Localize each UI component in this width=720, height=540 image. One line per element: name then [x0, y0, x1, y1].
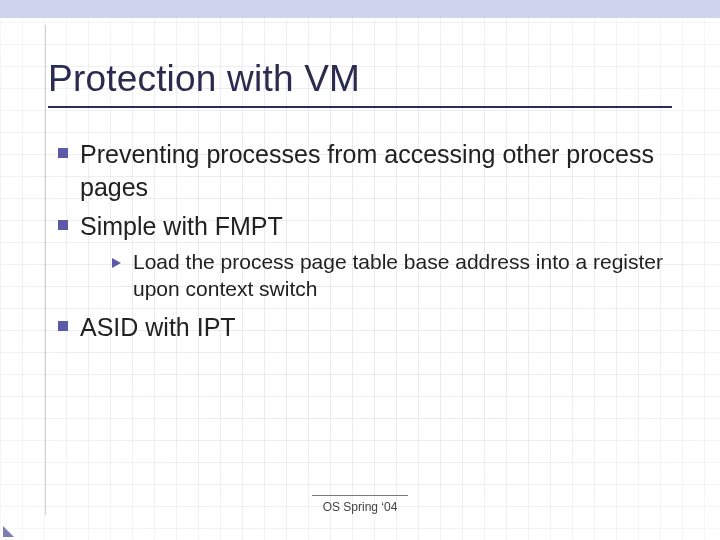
slide-content: Protection with VM Preventing processes … [0, 0, 720, 540]
bullet-level2: Load the process page table base address… [112, 249, 672, 303]
bullet-level1: ASID with IPT [58, 311, 672, 344]
bullet-text: Load the process page table base address… [133, 249, 672, 303]
bullet-level1: Simple with FMPT [58, 210, 672, 243]
square-bullet-icon [58, 148, 68, 158]
bullet-text: Preventing processes from accessing othe… [80, 138, 672, 204]
footer-rule [312, 495, 408, 496]
slide-footer: OS Spring ‘04 [0, 495, 720, 514]
title-underline [48, 106, 672, 108]
square-bullet-icon [58, 321, 68, 331]
footer-text: OS Spring ‘04 [0, 500, 720, 514]
bullet-text: ASID with IPT [80, 311, 236, 344]
bullet-level1: Preventing processes from accessing othe… [58, 138, 672, 204]
square-bullet-icon [58, 220, 68, 230]
bullet-list: Preventing processes from accessing othe… [48, 138, 672, 344]
triangle-bullet-icon [112, 258, 121, 268]
slide-title: Protection with VM [48, 58, 672, 100]
corner-decoration-icon [3, 526, 14, 537]
bullet-text: Simple with FMPT [80, 210, 283, 243]
